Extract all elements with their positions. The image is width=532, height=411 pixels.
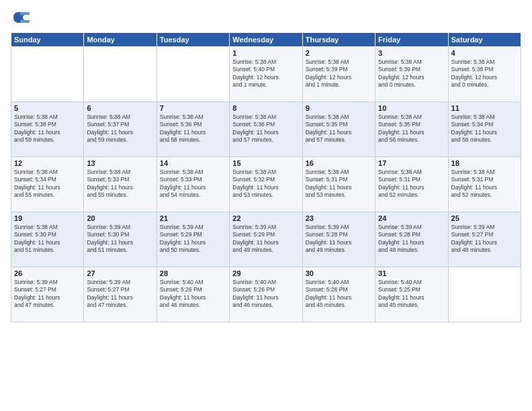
week-row-0: 1Sunrise: 5:38 AM Sunset: 5:40 PM Daylig… <box>11 47 521 102</box>
cell-text: Sunrise: 5:38 AM Sunset: 5:31 PM Dayligh… <box>451 169 518 199</box>
cell-text: Sunrise: 5:40 AM Sunset: 5:26 PM Dayligh… <box>306 279 372 310</box>
week-row-4: 26Sunrise: 5:39 AM Sunset: 5:27 PM Dayli… <box>11 267 521 322</box>
cell-text: Sunrise: 5:38 AM Sunset: 5:33 PM Dayligh… <box>160 169 226 199</box>
cell-text: Sunrise: 5:38 AM Sunset: 5:36 PM Dayligh… <box>160 113 226 144</box>
day-number: 21 <box>160 214 226 222</box>
calendar-cell: 24Sunrise: 5:39 AM Sunset: 5:28 PM Dayli… <box>375 212 448 267</box>
cell-text: Sunrise: 5:38 AM Sunset: 5:38 PM Dayligh… <box>14 113 81 144</box>
calendar-cell: 14Sunrise: 5:38 AM Sunset: 5:33 PM Dayli… <box>157 157 229 212</box>
calendar-cell <box>448 267 521 322</box>
weekday-saturday: Saturday <box>448 33 521 47</box>
week-row-2: 12Sunrise: 5:38 AM Sunset: 5:34 PM Dayli… <box>11 157 521 212</box>
day-number: 1 <box>232 49 299 57</box>
weekday-tuesday: Tuesday <box>157 33 229 47</box>
weekday-wednesday: Wednesday <box>230 33 302 47</box>
calendar-cell <box>11 47 84 102</box>
day-number: 2 <box>306 49 372 57</box>
calendar-cell: 3Sunrise: 5:38 AM Sunset: 5:39 PM Daylig… <box>375 47 448 102</box>
cell-text: Sunrise: 5:39 AM Sunset: 5:27 PM Dayligh… <box>451 224 518 255</box>
day-number: 3 <box>378 49 445 57</box>
day-number: 5 <box>14 104 81 112</box>
day-number: 11 <box>451 104 518 112</box>
cell-text: Sunrise: 5:38 AM Sunset: 5:40 PM Dayligh… <box>232 58 299 89</box>
week-row-3: 19Sunrise: 5:38 AM Sunset: 5:30 PM Dayli… <box>11 212 521 267</box>
day-number: 31 <box>378 269 445 277</box>
cell-text: Sunrise: 5:39 AM Sunset: 5:29 PM Dayligh… <box>160 224 226 255</box>
cell-text: Sunrise: 5:40 AM Sunset: 5:25 PM Dayligh… <box>378 279 445 310</box>
calendar-cell: 27Sunrise: 5:39 AM Sunset: 5:27 PM Dayli… <box>84 267 157 322</box>
day-number: 12 <box>14 159 81 167</box>
calendar-cell <box>157 47 229 102</box>
calendar-cell: 21Sunrise: 5:39 AM Sunset: 5:29 PM Dayli… <box>157 212 229 267</box>
calendar-body: 1Sunrise: 5:38 AM Sunset: 5:40 PM Daylig… <box>11 47 521 322</box>
week-row-1: 5Sunrise: 5:38 AM Sunset: 5:38 PM Daylig… <box>11 102 521 157</box>
calendar-cell: 26Sunrise: 5:39 AM Sunset: 5:27 PM Dayli… <box>11 267 84 322</box>
cell-text: Sunrise: 5:39 AM Sunset: 5:29 PM Dayligh… <box>232 224 299 255</box>
day-number: 14 <box>160 159 226 167</box>
cell-text: Sunrise: 5:38 AM Sunset: 5:39 PM Dayligh… <box>306 58 372 89</box>
calendar-cell: 15Sunrise: 5:38 AM Sunset: 5:32 PM Dayli… <box>230 157 302 212</box>
cell-text: Sunrise: 5:38 AM Sunset: 5:34 PM Dayligh… <box>451 113 518 144</box>
weekday-row: SundayMondayTuesdayWednesdayThursdayFrid… <box>11 33 521 47</box>
calendar-cell: 10Sunrise: 5:38 AM Sunset: 5:35 PM Dayli… <box>375 102 448 157</box>
day-number: 8 <box>232 104 299 112</box>
day-number: 19 <box>14 214 81 222</box>
day-number: 26 <box>14 269 81 277</box>
cell-text: Sunrise: 5:38 AM Sunset: 5:36 PM Dayligh… <box>232 113 299 144</box>
cell-text: Sunrise: 5:39 AM Sunset: 5:27 PM Dayligh… <box>14 279 81 310</box>
weekday-monday: Monday <box>84 33 157 47</box>
cell-text: Sunrise: 5:38 AM Sunset: 5:31 PM Dayligh… <box>306 169 372 199</box>
calendar-cell: 4Sunrise: 5:38 AM Sunset: 5:38 PM Daylig… <box>448 47 521 102</box>
day-number: 4 <box>451 49 518 57</box>
cell-text: Sunrise: 5:38 AM Sunset: 5:30 PM Dayligh… <box>14 224 81 255</box>
cell-text: Sunrise: 5:40 AM Sunset: 5:26 PM Dayligh… <box>232 279 299 310</box>
cell-text: Sunrise: 5:38 AM Sunset: 5:39 PM Dayligh… <box>378 58 445 89</box>
cell-text: Sunrise: 5:38 AM Sunset: 5:31 PM Dayligh… <box>378 169 445 199</box>
calendar-cell: 13Sunrise: 5:38 AM Sunset: 5:33 PM Dayli… <box>84 157 157 212</box>
calendar-cell: 20Sunrise: 5:39 AM Sunset: 5:30 PM Dayli… <box>84 212 157 267</box>
logo <box>11 8 32 27</box>
calendar-cell: 23Sunrise: 5:39 AM Sunset: 5:28 PM Dayli… <box>302 212 375 267</box>
day-number: 25 <box>451 214 518 222</box>
cell-text: Sunrise: 5:38 AM Sunset: 5:33 PM Dayligh… <box>87 169 153 199</box>
calendar-cell: 30Sunrise: 5:40 AM Sunset: 5:26 PM Dayli… <box>302 267 375 322</box>
calendar-cell: 6Sunrise: 5:38 AM Sunset: 5:37 PM Daylig… <box>84 102 157 157</box>
cell-text: Sunrise: 5:38 AM Sunset: 5:35 PM Dayligh… <box>306 113 372 144</box>
day-number: 13 <box>87 159 153 167</box>
cell-text: Sunrise: 5:38 AM Sunset: 5:34 PM Dayligh… <box>14 169 81 199</box>
calendar-cell: 29Sunrise: 5:40 AM Sunset: 5:26 PM Dayli… <box>230 267 302 322</box>
calendar-cell: 2Sunrise: 5:38 AM Sunset: 5:39 PM Daylig… <box>302 47 375 102</box>
calendar-cell: 8Sunrise: 5:38 AM Sunset: 5:36 PM Daylig… <box>230 102 302 157</box>
calendar-cell: 9Sunrise: 5:38 AM Sunset: 5:35 PM Daylig… <box>302 102 375 157</box>
cell-text: Sunrise: 5:40 AM Sunset: 5:26 PM Dayligh… <box>160 279 226 310</box>
calendar: SundayMondayTuesdayWednesdayThursdayFrid… <box>11 32 521 322</box>
page: SundayMondayTuesdayWednesdayThursdayFrid… <box>0 0 532 411</box>
calendar-cell: 5Sunrise: 5:38 AM Sunset: 5:38 PM Daylig… <box>11 102 84 157</box>
weekday-sunday: Sunday <box>11 33 84 47</box>
calendar-cell: 11Sunrise: 5:38 AM Sunset: 5:34 PM Dayli… <box>448 102 521 157</box>
day-number: 22 <box>232 214 299 222</box>
cell-text: Sunrise: 5:39 AM Sunset: 5:28 PM Dayligh… <box>378 224 445 255</box>
cell-text: Sunrise: 5:38 AM Sunset: 5:38 PM Dayligh… <box>451 58 518 89</box>
day-number: 27 <box>87 269 153 277</box>
weekday-friday: Friday <box>375 33 448 47</box>
day-number: 23 <box>306 214 372 222</box>
day-number: 9 <box>306 104 372 112</box>
calendar-cell: 1Sunrise: 5:38 AM Sunset: 5:40 PM Daylig… <box>230 47 302 102</box>
calendar-cell: 16Sunrise: 5:38 AM Sunset: 5:31 PM Dayli… <box>302 157 375 212</box>
header <box>11 8 521 27</box>
calendar-cell: 22Sunrise: 5:39 AM Sunset: 5:29 PM Dayli… <box>230 212 302 267</box>
logo-icon <box>11 8 30 27</box>
day-number: 18 <box>451 159 518 167</box>
day-number: 30 <box>306 269 372 277</box>
calendar-cell: 18Sunrise: 5:38 AM Sunset: 5:31 PM Dayli… <box>448 157 521 212</box>
day-number: 24 <box>378 214 445 222</box>
calendar-cell: 25Sunrise: 5:39 AM Sunset: 5:27 PM Dayli… <box>448 212 521 267</box>
day-number: 29 <box>232 269 299 277</box>
cell-text: Sunrise: 5:38 AM Sunset: 5:32 PM Dayligh… <box>232 169 299 199</box>
calendar-cell: 17Sunrise: 5:38 AM Sunset: 5:31 PM Dayli… <box>375 157 448 212</box>
cell-text: Sunrise: 5:39 AM Sunset: 5:27 PM Dayligh… <box>87 279 153 310</box>
calendar-cell: 31Sunrise: 5:40 AM Sunset: 5:25 PM Dayli… <box>375 267 448 322</box>
day-number: 6 <box>87 104 153 112</box>
day-number: 10 <box>378 104 445 112</box>
